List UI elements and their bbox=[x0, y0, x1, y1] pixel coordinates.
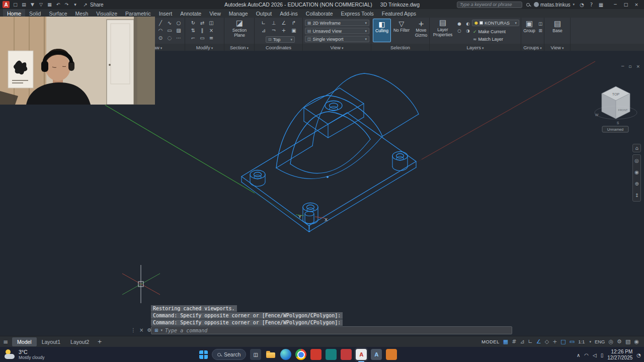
modify-tool-copy[interactable]: ◫ bbox=[207, 20, 215, 26]
ucs-tool-ucs-z[interactable]: ∠ bbox=[280, 20, 288, 26]
chevron-down-icon[interactable]: ▾ bbox=[161, 328, 163, 332]
keyword-search-box[interactable] bbox=[457, 2, 522, 8]
selection-button-culling[interactable]: ◧ Culling bbox=[373, 19, 391, 42]
group-tool-ungroup[interactable]: ◫ bbox=[537, 21, 544, 27]
modify-tool-offset[interactable]: ∥ bbox=[198, 27, 206, 34]
section-plane-button[interactable]: ◪ Section Plane bbox=[226, 20, 253, 38]
visual-style-dropdown[interactable]: ▦ 2D Wireframe ▾ bbox=[305, 20, 369, 26]
titlebar-icon-notifications[interactable]: ◔ bbox=[579, 2, 585, 8]
taskbar-app-autocad[interactable]: A bbox=[356, 349, 367, 360]
layer-state-layer-on[interactable]: ● bbox=[456, 21, 463, 27]
status-toggle-isolate-objects[interactable]: ◉ bbox=[634, 339, 639, 344]
quick-access-open-file[interactable]: ▤ bbox=[21, 2, 27, 7]
annotation-scale[interactable]: 1:1 bbox=[578, 339, 585, 344]
selection-button-no-filter[interactable]: ▽ No Filter bbox=[392, 19, 411, 42]
quick-access-customize-menu[interactable]: ▾ bbox=[72, 2, 78, 7]
tray-icon-volume[interactable]: ◁ bbox=[593, 352, 597, 358]
panel-label-view[interactable]: View▾ bbox=[303, 45, 371, 50]
ucs-tool-ucs-view[interactable]: + bbox=[280, 27, 288, 34]
drawing-window-control-minimize-drawing[interactable]: ─ bbox=[621, 64, 624, 69]
quick-access-new-file[interactable]: □ bbox=[12, 2, 19, 7]
taskbar-search[interactable]: Search bbox=[212, 349, 246, 360]
make-current-button[interactable]: ✓ Make Current bbox=[473, 28, 506, 35]
draw-tool-line[interactable]: ╱ bbox=[156, 20, 165, 26]
quick-access-plot[interactable]: ▦ bbox=[46, 2, 53, 7]
taskbar-app-autodesk-app[interactable]: A bbox=[371, 349, 382, 360]
command-tool-command-close[interactable]: × bbox=[139, 327, 143, 333]
base-view-button[interactable]: ▤ Base bbox=[546, 20, 569, 34]
status-toggle-infer-constraints[interactable]: ⊿ bbox=[520, 339, 524, 344]
ucs-tool-ucs-named[interactable]: ▣ bbox=[290, 27, 298, 34]
ribbon-tab-annotate[interactable]: Annotate bbox=[176, 9, 205, 18]
language-indicator[interactable]: ENG bbox=[595, 339, 605, 344]
quick-access-save[interactable]: ▼ bbox=[29, 2, 36, 7]
layout-menu-icon[interactable]: ≡ bbox=[3, 338, 8, 345]
status-toggle-object-snap[interactable]: □ bbox=[560, 339, 566, 344]
window-control-close[interactable]: × bbox=[631, 2, 641, 7]
panel-label-groups[interactable]: Groups▾ bbox=[521, 45, 544, 50]
layer-state-layer-isolate[interactable]: ◐ bbox=[464, 21, 471, 27]
search-icon[interactable] bbox=[526, 3, 530, 7]
ribbon-tab-view[interactable]: View bbox=[205, 9, 225, 18]
ribbon-tab-insert[interactable]: Insert bbox=[155, 9, 176, 18]
modify-tool-array[interactable]: ≡ bbox=[207, 35, 215, 41]
status-toggle-graphics-performance[interactable]: ▧ bbox=[625, 339, 630, 344]
group-tool-group-edit[interactable]: ⊞ bbox=[537, 28, 544, 34]
panel-label-layers[interactable]: Layers▾ bbox=[430, 45, 521, 50]
titlebar-icon-app-grid[interactable]: ▦ bbox=[598, 2, 604, 8]
titlebar-icon-help[interactable]: ? bbox=[588, 2, 595, 8]
draw-tool-more[interactable]: ⋯ bbox=[175, 35, 183, 41]
layer-properties-button[interactable]: ▤ Layer Properties bbox=[431, 19, 455, 38]
panel-label-modify[interactable]: Modify▾ bbox=[185, 45, 224, 50]
modify-tool-trim[interactable]: ⌐ bbox=[189, 35, 197, 41]
layout-tab-layout2[interactable]: Layout2 bbox=[65, 337, 94, 346]
start-button[interactable] bbox=[199, 350, 208, 359]
ucs-tool-ucs-origin[interactable]: ↱ bbox=[290, 20, 298, 26]
viewcube-home[interactable]: ⌂ bbox=[632, 144, 641, 152]
modify-tool-rotate[interactable]: ↻ bbox=[189, 20, 197, 26]
layer-state-layer-freeze[interactable]: ○ bbox=[456, 28, 463, 34]
status-toggle-ortho-mode[interactable]: ∟ bbox=[528, 339, 533, 344]
panel-label-view2[interactable]: View▾ bbox=[544, 45, 570, 50]
draw-tool-polyline[interactable]: ∿ bbox=[166, 20, 174, 26]
modify-tool-erase[interactable]: × bbox=[207, 27, 215, 34]
ribbon-tab-addins[interactable]: Add-ins bbox=[276, 9, 302, 18]
layout-tab-layout1[interactable]: Layout1 bbox=[37, 337, 65, 346]
drawing-window-control-restore-drawing[interactable]: ▫ bbox=[628, 64, 631, 69]
quick-access-save-as[interactable]: ▽ bbox=[38, 2, 44, 7]
wireframe-model[interactable] bbox=[242, 73, 419, 232]
clock[interactable]: 12:26 PM 12/27/2025 bbox=[607, 349, 632, 361]
ribbon-tab-collaborate[interactable]: Collaborate bbox=[302, 9, 337, 18]
nav-tool-zoom[interactable]: ⊕ bbox=[633, 178, 640, 190]
tray-icon-battery[interactable]: ▯ bbox=[601, 352, 604, 358]
ucs-tool-ucs-object[interactable]: ¬ bbox=[270, 27, 278, 34]
named-view-dropdown[interactable]: ▤ Unsaved View ▾ bbox=[305, 28, 369, 34]
draw-tool-ellipse[interactable]: ◌ bbox=[166, 35, 174, 41]
taskbar-app-adobe-app[interactable] bbox=[310, 349, 321, 360]
modify-tool-stretch[interactable]: ⇅ bbox=[189, 27, 197, 34]
draw-tool-arc[interactable]: ◠ bbox=[156, 27, 165, 34]
taskbar-app-edge[interactable] bbox=[280, 349, 291, 360]
window-control-minimize[interactable]: ─ bbox=[610, 2, 620, 7]
selection-button-move-gizmo[interactable]: + Move Gizmo bbox=[412, 19, 430, 42]
taskbar-app-file-explorer[interactable] bbox=[265, 349, 276, 360]
command-bar[interactable]: ⊞ ▾ bbox=[151, 326, 512, 334]
nav-tool-orbit[interactable]: ↕ bbox=[633, 190, 640, 201]
taskbar-app-teal-app[interactable] bbox=[326, 349, 337, 360]
ribbon-tab-manage[interactable]: Manage bbox=[225, 9, 252, 18]
layer-dropdown[interactable]: ● KONTURAS ▾ bbox=[472, 20, 519, 26]
ucs-tool-ucs-world[interactable]: ⊥ bbox=[270, 20, 278, 26]
keyword-search-input[interactable] bbox=[460, 2, 519, 7]
autocad-logo[interactable]: A bbox=[3, 1, 10, 8]
chevron-down-icon[interactable]: ▾ bbox=[589, 340, 591, 344]
draw-tool-circle[interactable]: ○ bbox=[175, 20, 183, 26]
group-button[interactable]: ▣ Group bbox=[522, 20, 536, 34]
top-view-dropdown[interactable]: ⊡ Top ▾ bbox=[266, 36, 295, 43]
ribbon-tab-output[interactable]: Output bbox=[252, 9, 276, 18]
window-control-maximize[interactable]: □ bbox=[621, 2, 631, 7]
taskbar-app-task-view[interactable]: ◫ bbox=[250, 349, 261, 360]
draw-tool-rectangle[interactable]: ▭ bbox=[166, 27, 174, 34]
ribbon-tab-express-tools[interactable]: Express Tools bbox=[337, 9, 378, 18]
status-toggle-dynamic-input[interactable]: ▭ bbox=[570, 339, 575, 344]
taskbar-app-media-app[interactable] bbox=[341, 349, 352, 360]
